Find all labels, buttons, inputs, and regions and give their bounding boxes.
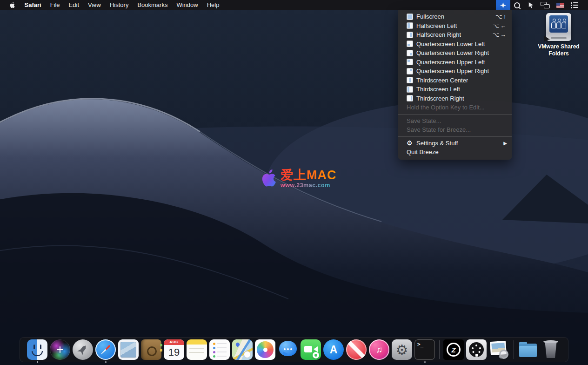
menu-separator <box>398 114 512 115</box>
menu-view[interactable]: View <box>84 0 106 10</box>
desktop: 爱上MAC www.23mac.com VMware Shared Folder… <box>0 0 588 365</box>
menu-item-save-state: Save State... <box>398 116 512 126</box>
region-half-left-icon <box>407 22 413 29</box>
dock-icon-app-store[interactable]: A <box>323 339 344 360</box>
shortcut: ⌥← <box>493 22 507 29</box>
breeze-dropdown-menu: Fullscreen ⌥↑ Halfscreen Left ⌥← Halfscr… <box>398 10 512 160</box>
menu-item-quarterscreen-upper-left[interactable]: Quarterscreen Upper Left <box>398 58 512 67</box>
spotlight-search-icon[interactable] <box>510 0 524 10</box>
menu-edit[interactable]: Edit <box>64 0 83 10</box>
apple-logo-watermark-icon <box>259 168 276 189</box>
dock-icon-midi-device[interactable] <box>466 339 487 360</box>
dock-icon-safari[interactable] <box>95 339 116 360</box>
menu-item-hold-option-hint: Hold the Option Key to Edit... <box>398 103 512 112</box>
menu-app-name[interactable]: Safari <box>20 0 46 10</box>
diagonal-band <box>346 339 367 360</box>
menu-item-halfscreen-left[interactable]: Halfscreen Left ⌥← <box>398 21 512 31</box>
region-third-center-icon <box>407 77 413 83</box>
stamp-art <box>120 342 136 358</box>
dock-icon-notes[interactable] <box>187 339 207 360</box>
dock-icon-system-preferences[interactable]: ⚙ <box>392 339 412 360</box>
gear-icon: ⚙ <box>407 139 415 147</box>
dock-icon-terminal[interactable]: >_ <box>414 339 435 360</box>
rocket-glyph <box>77 343 89 355</box>
dock-icon-downloads-folder[interactable] <box>518 339 538 360</box>
menu-file[interactable]: File <box>46 0 64 10</box>
dock-icon-contacts[interactable] <box>141 339 161 360</box>
dock-icon-mail[interactable] <box>118 339 139 360</box>
region-third-right-icon <box>407 95 413 101</box>
cursor-arrow-icon <box>544 36 550 42</box>
region-half-right-icon <box>407 32 413 38</box>
dock-icon-launchpad[interactable] <box>73 339 93 360</box>
region-full-icon <box>407 14 413 20</box>
dock-icon-maps[interactable] <box>232 339 253 360</box>
sparkle-glyph <box>57 346 63 353</box>
pointer-icon[interactable] <box>524 0 537 10</box>
person-icon <box>561 19 566 29</box>
watermark-title: 爱上MAC <box>281 168 337 182</box>
gear-glyph: ⚙ <box>392 339 412 360</box>
menu-item-quarterscreen-upper-right[interactable]: Quarterscreen Upper Right <box>398 67 512 76</box>
breeze-menubar-icon[interactable] <box>496 0 510 10</box>
shared-drive-icon <box>546 13 571 41</box>
region-quarter-upper-right-icon <box>407 68 413 74</box>
displays-icon[interactable] <box>537 0 553 10</box>
dock-divider <box>514 340 514 359</box>
camera-glyph <box>304 346 312 352</box>
menu-history[interactable]: History <box>105 0 133 10</box>
dock-icon-facetime[interactable] <box>301 339 321 360</box>
list-glyph <box>571 2 578 8</box>
cursor-glyph <box>528 2 534 9</box>
desktop-watermark: 爱上MAC www.23mac.com <box>259 168 337 189</box>
dock-icon-trash[interactable] <box>541 339 561 360</box>
region-third-left-icon <box>407 86 413 93</box>
desktop-icon-label: VMware Shared Folders <box>532 43 586 57</box>
dock-icon-itunes[interactable]: ♫ <box>369 339 389 360</box>
dock-icon-calendar[interactable]: AUG19 <box>164 339 184 360</box>
flag-glyph <box>556 3 564 8</box>
prompt-glyph: >_ <box>417 341 423 347</box>
menu-item-halfscreen-right[interactable]: Halfscreen Right ⌥→ <box>398 30 512 40</box>
menu-item-fullscreen[interactable]: Fullscreen ⌥↑ <box>398 12 512 21</box>
drive-panel <box>549 15 568 33</box>
region-quarter-lower-right-icon <box>407 50 413 56</box>
dock-icon-breeze[interactable]: Z <box>443 339 464 360</box>
person-icon <box>556 19 561 29</box>
menu-window[interactable]: Window <box>172 0 202 10</box>
dock-icon-messages[interactable] <box>278 339 298 360</box>
dock-divider <box>439 340 440 359</box>
notification-list-icon[interactable] <box>568 0 581 10</box>
compass-needle <box>100 345 111 355</box>
dock-icon-preview[interactable] <box>489 339 509 360</box>
displays-glyph <box>541 2 550 8</box>
menu-item-thirdscreen-left[interactable]: Thirdscreen Left <box>398 85 512 94</box>
menu-bookmarks[interactable]: Bookmarks <box>133 0 172 10</box>
magnifier-glyph <box>514 2 521 9</box>
menu-item-thirdscreen-center[interactable]: Thirdscreen Center <box>398 76 512 85</box>
dock-icon-siri[interactable] <box>50 339 70 360</box>
person-icon <box>551 19 556 29</box>
menu-item-settings-and-stuff[interactable]: ⚙ Settings & Stuff ▶ <box>398 139 512 148</box>
menu-item-quarterscreen-lower-right[interactable]: Quarterscreen Lower Right <box>398 48 512 58</box>
menu-item-quarterscreen-lower-left[interactable]: Quarterscreen Lower Left <box>398 40 512 49</box>
watermark-subtitle: www.23mac.com <box>281 182 337 189</box>
dock: AUG19A♫⚙>_Z <box>20 337 568 362</box>
menu-item-thirdscreen-right[interactable]: Thirdscreen Right <box>398 94 512 103</box>
dock-icon-reminders[interactable] <box>209 339 230 360</box>
menu-item-quit-breeze[interactable]: Quit Breeze <box>398 148 512 157</box>
dock-icon-photos[interactable] <box>255 339 275 360</box>
apple-menu[interactable] <box>4 1 20 9</box>
star-icon <box>500 2 507 9</box>
region-quarter-upper-left-icon <box>407 59 413 65</box>
shortcut: ⌥↑ <box>495 13 507 20</box>
menu-help[interactable]: Help <box>202 0 224 10</box>
desktop-icon-vmware-shared-folders[interactable]: VMware Shared Folders <box>530 13 587 57</box>
dock-icon-news[interactable] <box>346 339 367 360</box>
menu-item-save-state-for-breeze: Save State for Breeze... <box>398 125 512 135</box>
music-note-glyph: ♫ <box>369 339 389 360</box>
menu-separator <box>398 136 512 137</box>
drive-slot <box>551 37 567 39</box>
us-flag-input-icon[interactable] <box>553 0 568 10</box>
dock-icon-finder[interactable] <box>27 339 47 360</box>
